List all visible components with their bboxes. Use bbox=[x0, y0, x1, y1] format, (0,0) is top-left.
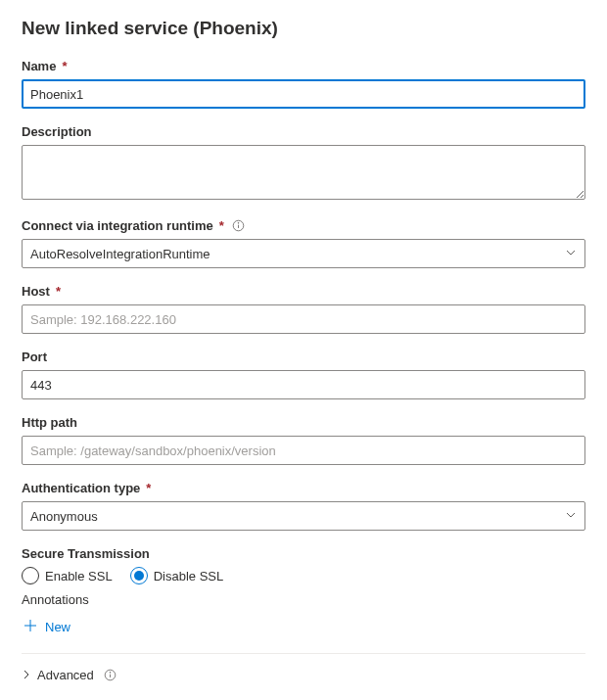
secure-transmission-label: Secure Transmission bbox=[22, 546, 585, 561]
description-input[interactable] bbox=[22, 145, 585, 200]
authtype-select[interactable]: Anonymous bbox=[22, 501, 585, 531]
page-title: New linked service (Phoenix) bbox=[22, 18, 585, 39]
svg-point-2 bbox=[238, 222, 239, 223]
annotations-label: Annotations bbox=[22, 592, 585, 607]
httppath-input[interactable] bbox=[22, 436, 585, 465]
authtype-label: Authentication type* bbox=[22, 481, 585, 495]
port-label: Port bbox=[22, 350, 585, 364]
plus-icon bbox=[23, 619, 37, 635]
chevron-down-icon bbox=[565, 509, 577, 524]
add-annotation-button[interactable]: New bbox=[22, 615, 72, 639]
chevron-right-icon bbox=[22, 668, 31, 682]
name-label: Name* bbox=[22, 59, 585, 73]
httppath-label: Http path bbox=[22, 415, 585, 430]
disable-ssl-radio[interactable]: Disable SSL bbox=[130, 567, 224, 584]
host-input[interactable] bbox=[22, 304, 585, 334]
enable-ssl-radio[interactable]: Enable SSL bbox=[22, 567, 113, 584]
info-icon bbox=[104, 669, 117, 682]
divider bbox=[22, 653, 585, 654]
description-label: Description bbox=[22, 124, 585, 139]
info-icon bbox=[232, 219, 246, 233]
port-input[interactable] bbox=[22, 370, 585, 399]
svg-point-7 bbox=[110, 672, 111, 673]
host-label: Host* bbox=[22, 284, 585, 299]
runtime-label: Connect via integration runtime* bbox=[22, 218, 585, 233]
advanced-toggle[interactable]: Advanced bbox=[22, 668, 585, 682]
runtime-select[interactable]: AutoResolveIntegrationRuntime bbox=[22, 239, 585, 268]
chevron-down-icon bbox=[565, 247, 577, 261]
disable-ssl-label: Disable SSL bbox=[154, 569, 224, 583]
name-input[interactable] bbox=[22, 79, 585, 109]
enable-ssl-label: Enable SSL bbox=[45, 569, 113, 583]
